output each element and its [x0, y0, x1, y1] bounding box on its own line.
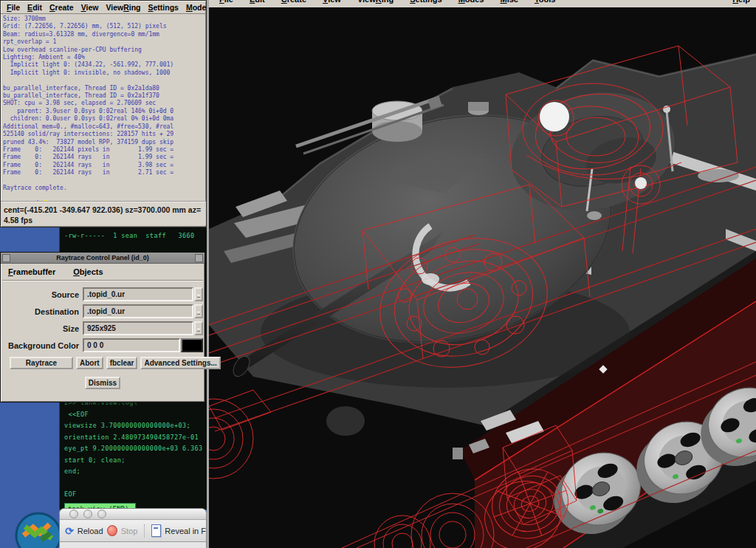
fps-status: 4.58 fps: [4, 215, 203, 225]
menu-edit[interactable]: Edit: [250, 0, 265, 4]
advanced-settings-button[interactable]: Advanced Settings...: [140, 357, 220, 369]
brlcad-logo-icon: [15, 512, 63, 548]
destination-entry[interactable]: .topid_0.ur: [83, 304, 193, 318]
console-line: bu_parallel_interface, Thread ID = 0x2a1…: [3, 85, 206, 92]
background-color-entry[interactable]: 0 0 0: [83, 338, 180, 352]
console-line: Low overhead scanline-per-CPU buffering: [3, 47, 206, 54]
field-label: Size: [1, 324, 83, 333]
console-line: [3, 177, 206, 185]
mged-command-window: FileEditCreateViewViewRingSettingsModes …: [0, 0, 207, 227]
terminal-script-output: 2>> tank.view.log\ <<EOFviewsize 3.70000…: [60, 397, 207, 510]
browser-toolbar: ⟳ Reload Stop Reveal in F: [60, 520, 206, 542]
browser-titlebar[interactable]: [60, 509, 206, 520]
console-line: Lighting: Ambient = 40%: [3, 54, 206, 61]
console-line: children: 0.0user 0.0sys 0:02real 0% 0i+…: [3, 115, 206, 123]
command-prompt-line[interactable]: mged>: [3, 192, 206, 201]
zoom-window-icon[interactable]: [97, 510, 106, 518]
terminal-line: -rw-r----- 1 sean staff 3660: [60, 230, 207, 242]
background-color-swatch[interactable]: [181, 338, 203, 352]
source-entry[interactable]: .topid_0.ur: [83, 287, 193, 301]
text-cursor: [44, 200, 48, 201]
field-row-background-color: Background Color0 0 0: [1, 337, 203, 354]
field-label: Source: [1, 290, 83, 299]
panel-title: Raytrace Control Panel (id_0): [56, 254, 149, 261]
terminal-line: EOF: [60, 489, 207, 501]
terminal-line: eye_pt 9.200000000000000e+03 6.363: [60, 443, 207, 455]
graphics-menu-items: FileEditCreateViewViewRingSettingsModesM…: [209, 0, 756, 4]
terminal-line: viewsize 3.700000000000000e+03;: [60, 420, 207, 432]
mged-graphics-window: FileEditCreateViewViewRingSettingsModesM…: [207, 0, 756, 548]
menu-view[interactable]: View: [81, 3, 99, 12]
menu-create[interactable]: Create: [281, 0, 306, 4]
console-line: rpt_overlap = 1: [3, 38, 206, 46]
console-line: SHOT: cpu = 3.98 sec, elapsed = 2.70609 …: [3, 100, 206, 107]
reveal-button[interactable]: Reveal in F: [165, 527, 206, 535]
toolbar-divider: [144, 524, 145, 538]
console-line: Implicit light 0: invisible, no shadows,…: [3, 69, 206, 77]
menu-file[interactable]: File: [7, 3, 20, 12]
console-line: [3, 77, 206, 84]
console-line: Raytrace complete.: [3, 185, 206, 192]
panel-titlebar[interactable]: Raytrace Control Panel (id_0): [1, 253, 205, 264]
console-output: Size: 3700mmGrid: (7.22656, 7.22656) mm,…: [1, 14, 206, 201]
menu-objects[interactable]: Objects: [73, 267, 103, 276]
field-label: Background Color: [1, 341, 83, 350]
field-row-size: Size925x925: [1, 320, 203, 337]
terminal-line: end;: [60, 466, 207, 478]
stop-button[interactable]: Stop: [121, 527, 138, 535]
terminal-line: [60, 478, 207, 490]
document-icon[interactable]: [151, 524, 161, 537]
console-line: bu_parallel_interface, Thread ID = 0x2a1…: [3, 92, 206, 100]
panel-menubar: FramebufferObjects: [1, 264, 205, 280]
console-line: 525140 solid/ray intersections: 228157 h…: [3, 131, 206, 138]
console-line: Additional mem=0., #malloc=643, #free=53…: [3, 123, 206, 131]
size-entry[interactable]: 925x925: [83, 321, 193, 335]
menu-create[interactable]: Create: [49, 3, 74, 12]
panel-fields: Source.topid_0.urDestination.topid_0.urS…: [1, 281, 205, 354]
terminal-line: <<EOF: [60, 409, 207, 421]
console-line: Frame 0: 262144 rays in 2.71 sec =: [3, 169, 206, 177]
console-line: Implicit light 0: (2434.22, -561.992, 77…: [3, 61, 206, 69]
field-label: Destination: [1, 307, 83, 316]
menu-settings[interactable]: Settings: [410, 0, 441, 4]
view-center-status: cent=(-415.201 -349.647 922.036) sz=3700…: [4, 205, 203, 215]
menu-modes[interactable]: Modes: [458, 0, 484, 4]
menu-file[interactable]: File: [219, 0, 233, 4]
brlcad-desktop-icon[interactable]: [15, 512, 63, 548]
menu-tools[interactable]: Tools: [535, 0, 556, 4]
abort-button[interactable]: Abort: [76, 357, 103, 369]
console-menubar: FileEditCreateViewViewRingSettingsModes: [1, 1, 206, 14]
menu-misc[interactable]: Misc: [500, 0, 518, 4]
console-line: parent: 3.9user 0.0sys 0:02real 146% 0i+…: [3, 108, 206, 115]
reload-icon[interactable]: ⟳: [65, 526, 74, 536]
console-line: Grid: (7.22656, 7.22656) mm, (512, 512) …: [3, 23, 206, 30]
minimize-window-icon[interactable]: [83, 510, 92, 518]
close-window-icon[interactable]: [69, 510, 78, 518]
window-menu-icon[interactable]: [2, 254, 10, 262]
terminal-line: orientation 2.480973490458727e-01: [60, 432, 207, 444]
browser-window: ⟳ Reload Stop Reveal in F: [59, 508, 207, 548]
stop-icon[interactable]: [107, 525, 117, 536]
dropdown-arrow-icon[interactable]: [194, 287, 203, 301]
reload-button[interactable]: Reload: [78, 527, 103, 535]
menu-modes[interactable]: Modes: [186, 3, 206, 12]
dropdown-arrow-icon[interactable]: [194, 304, 203, 318]
menu-viewring[interactable]: ViewRing: [357, 0, 394, 4]
graphics-viewport-canvas[interactable]: [209, 7, 756, 548]
menu-settings[interactable]: Settings: [148, 3, 179, 12]
fbclear-button[interactable]: fbclear: [106, 357, 138, 369]
menu-edit[interactable]: Edit: [27, 3, 42, 12]
menu-framebuffer[interactable]: Framebuffer: [8, 267, 55, 276]
menu-viewring[interactable]: ViewRing: [106, 3, 140, 12]
console-line: Beam: radius=3.61328 mm, divergence=0 mm…: [3, 31, 206, 38]
view-status-bar: cent=(-415.201 -349.647 922.036) sz=3700…: [1, 201, 206, 225]
window-maximize-icon[interactable]: [195, 254, 203, 262]
menu-view[interactable]: View: [323, 0, 341, 4]
terminal-line: start 0; clean;: [60, 455, 207, 467]
console-line: Size: 3700mm: [3, 16, 206, 23]
dismiss-button[interactable]: Dismiss: [85, 377, 120, 389]
dropdown-arrow-icon[interactable]: [194, 321, 203, 335]
menu-help[interactable]: Help: [732, 0, 750, 4]
raytrace-button[interactable]: Raytrace: [10, 357, 73, 369]
field-row-destination: Destination.topid_0.ur: [1, 303, 203, 320]
